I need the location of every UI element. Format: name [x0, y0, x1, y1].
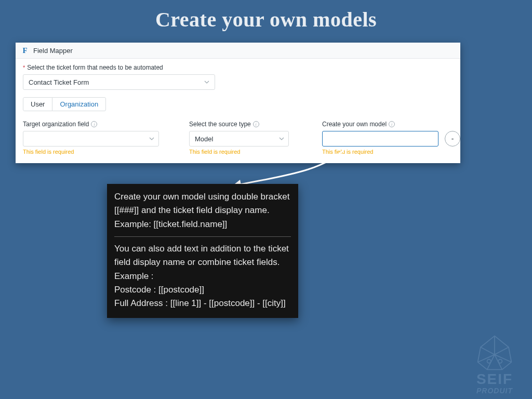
- info-icon[interactable]: i: [389, 121, 395, 127]
- source-column: Select the source type i Model This fiel…: [189, 121, 297, 155]
- brand-line2: PRODUIT: [463, 387, 526, 395]
- add-mapping-button[interactable]: -: [445, 131, 460, 147]
- tooltip-p1: Create your own model using double brack…: [114, 190, 291, 218]
- chevron-down-icon: [149, 137, 154, 140]
- brand-line1: SEIF: [463, 373, 526, 387]
- tab-organization[interactable]: Organization: [52, 97, 106, 111]
- field-mapper-panel: F Field Mapper * Select the ticket form …: [16, 43, 460, 163]
- info-icon[interactable]: i: [91, 121, 97, 127]
- target-select[interactable]: [23, 131, 159, 147]
- page-heading: Create your own models: [0, 7, 532, 32]
- source-error: This field is required: [189, 149, 297, 155]
- mapping-row: Target organization field i This field i…: [23, 121, 453, 155]
- target-label-text: Target organization field: [23, 121, 89, 128]
- brand-logo-icon: [471, 334, 518, 371]
- tooltip-p2-example-line2: Full Address : [[line 1]] - [[postcode]]…: [114, 297, 291, 310]
- panel-title: Field Mapper: [33, 47, 73, 55]
- tab-user[interactable]: User: [23, 97, 52, 111]
- tooltip-p2-example-label: Example :: [114, 270, 291, 283]
- svg-point-0: [487, 360, 491, 363]
- model-input[interactable]: [322, 131, 438, 147]
- panel-header: F Field Mapper: [16, 43, 460, 59]
- required-star-icon: *: [23, 64, 25, 71]
- model-label-text: Create your own model: [322, 121, 387, 128]
- source-select-value: Model: [195, 135, 213, 143]
- model-label: Create your own model i: [322, 121, 460, 128]
- tooltip-divider: [114, 236, 291, 237]
- chevron-down-icon: [279, 137, 284, 140]
- target-error: This field is required: [23, 149, 164, 155]
- tooltip-p1-example: Example: [[ticket.field.name]]: [114, 218, 291, 231]
- model-error: This field is required: [322, 149, 460, 155]
- source-select[interactable]: Model: [189, 131, 289, 147]
- svg-point-1: [498, 360, 502, 363]
- form-select-value: Contact Ticket Form: [29, 78, 89, 86]
- tooltip-p2: You can also add text in addition to the…: [114, 242, 291, 270]
- form-select-label-text: Select the ticket form that needs to be …: [27, 64, 163, 71]
- target-column: Target organization field i This field i…: [23, 121, 164, 155]
- form-select[interactable]: Contact Ticket Form: [23, 74, 215, 90]
- app-icon: F: [21, 46, 29, 55]
- tooltip-p2-example-line1: Postcode : [[postcode]]: [114, 283, 291, 297]
- chevron-down-icon: [204, 81, 209, 84]
- brand-watermark: SEIF PRODUIT: [463, 334, 526, 395]
- form-select-label: * Select the ticket form that needs to b…: [23, 64, 453, 71]
- model-column: Create your own model i - This field is …: [322, 121, 460, 155]
- model-help-tooltip: Create your own model using double brack…: [107, 184, 298, 318]
- panel-body: * Select the ticket form that needs to b…: [16, 59, 460, 163]
- target-label: Target organization field i: [23, 121, 164, 128]
- entity-tabs: User Organization: [23, 97, 106, 111]
- info-icon[interactable]: i: [253, 121, 259, 127]
- source-label-text: Select the source type: [189, 121, 251, 128]
- source-label: Select the source type i: [189, 121, 297, 128]
